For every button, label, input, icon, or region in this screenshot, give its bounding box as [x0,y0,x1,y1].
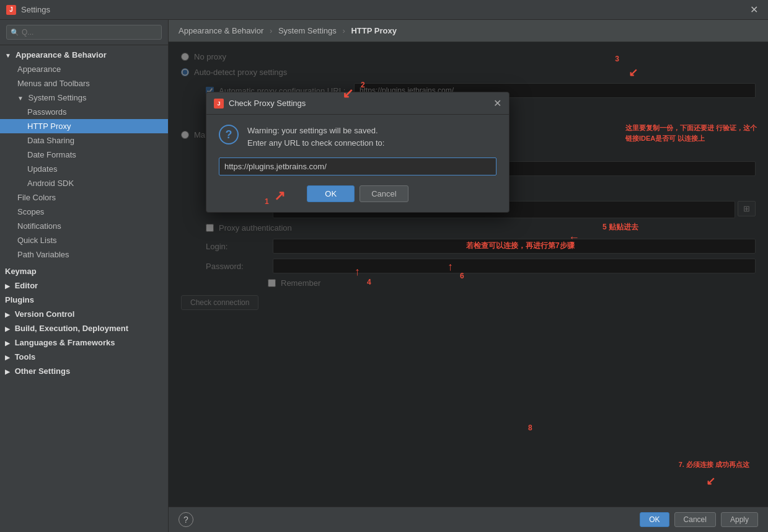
sidebar-item-tools[interactable]: ▶ Tools [0,350,168,364]
modal-title-bar: J Check Proxy Settings ✕ [206,92,509,115]
search-icon: 🔍 [11,29,19,37]
window-title: Settings [21,5,746,14]
caret-vc: ▶ [5,311,10,318]
caret-icon: ▼ [5,52,11,59]
footer: ? OK Cancel Apply [169,507,768,532]
modal-warning-text: Warning: your settings will be saved. En… [247,125,384,149]
search-box: 🔍 [0,20,168,45]
check-proxy-modal: J Check Proxy Settings ✕ ? Warning: your… [206,92,510,213]
modal-warning-row: ? Warning: your settings will be saved. … [219,125,497,149]
apply-button[interactable]: Apply [721,512,758,527]
caret-icon-system: ▼ [17,95,24,102]
content-area: Appearance & Behavior › System Settings … [169,20,768,532]
breadcrumb: Appearance & Behavior › System Settings … [169,20,768,42]
modal-title: Check Proxy Settings [229,99,493,108]
modal-buttons: OK Cancel [219,185,497,202]
sidebar-item-keymap[interactable]: Keymap [0,264,168,278]
sidebar-item-quick-lists[interactable]: Quick Lists [0,233,168,247]
annotation-5: 5 贴贴进去 [602,222,638,233]
search-input[interactable] [6,25,162,40]
sidebar-item-http-proxy[interactable]: HTTP Proxy [0,119,168,133]
close-button[interactable]: ✕ [746,2,762,17]
caret-build: ▶ [5,326,10,332]
modal-ok-button[interactable]: OK [307,185,355,202]
cancel-button[interactable]: Cancel [674,512,716,527]
sidebar-item-languages[interactable]: ▶ Languages & Frameworks [0,335,168,350]
app-icon: J [6,5,16,15]
sidebar-item-passwords[interactable]: Passwords [0,105,168,119]
caret-lang: ▶ [5,340,10,347]
sidebar-item-other[interactable]: ▶ Other Settings [0,364,168,378]
sidebar-item-scopes[interactable]: Scopes [0,205,168,219]
caret-editor: ▶ [5,283,10,290]
main-layout: 🔍 ▼ Appearance & Behavior Appearance Men… [0,20,768,532]
modal-body: ? Warning: your settings will be saved. … [206,115,509,212]
sidebar-item-data-sharing[interactable]: Data Sharing [0,133,168,148]
sidebar-item-plugins[interactable]: Plugins [0,293,168,307]
sidebar-item-android-sdk[interactable]: Android SDK [0,176,168,190]
sidebar-item-file-colors[interactable]: File Colors [0,190,168,205]
modal-overlay: J Check Proxy Settings ✕ ? Warning: your… [169,42,768,507]
sidebar-item-system-settings[interactable]: ▼ System Settings [0,91,168,105]
modal-url-input[interactable] [219,157,497,175]
sidebar-item-date-formats[interactable]: Date Formats [0,148,168,162]
sidebar-item-path-variables[interactable]: Path Variables [0,247,168,262]
sidebar-item-notifications[interactable]: Notifications [0,219,168,233]
tree-area: ▼ Appearance & Behavior Appearance Menus… [0,45,168,532]
ok-button[interactable]: OK [640,512,669,527]
sidebar-item-editor[interactable]: ▶ Editor [0,278,168,293]
settings-area: No proxy Auto-detect proxy settings Auto… [169,42,768,507]
modal-close-button[interactable]: ✕ [493,97,501,109]
warning-icon: ? [219,125,239,144]
caret-other: ▶ [5,368,10,375]
sidebar-item-appearance[interactable]: Appearance [0,62,168,76]
caret-tools: ▶ [5,354,10,361]
sidebar-item-appearance-behavior[interactable]: ▼ Appearance & Behavior [0,48,168,62]
help-button[interactable]: ? [179,512,193,527]
sidebar: 🔍 ▼ Appearance & Behavior Appearance Men… [0,20,169,532]
sidebar-item-build[interactable]: ▶ Build, Execution, Deployment [0,321,168,335]
modal-cancel-button[interactable]: Cancel [360,185,408,202]
sidebar-item-menus-toolbars[interactable]: Menus and Toolbars [0,76,168,91]
sidebar-item-updates[interactable]: Updates [0,162,168,176]
title-bar: J Settings ✕ [0,0,768,20]
annotation-arrow-5: ← [568,231,580,244]
modal-app-icon: J [214,99,224,109]
sidebar-item-version-control[interactable]: ▶ Version Control [0,307,168,321]
